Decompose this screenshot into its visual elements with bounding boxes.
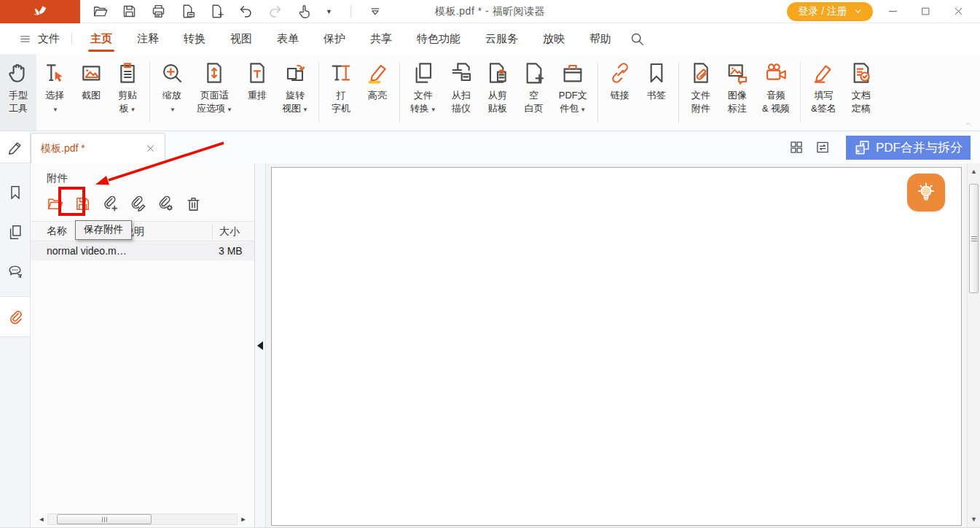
page-remove-icon[interactable]: [180, 4, 195, 19]
ribbon-item-select[interactable]: 选择▼: [36, 54, 73, 131]
ribbon-item-fit-page-options[interactable]: 页面适应选项▼: [190, 54, 239, 131]
reflow-icon: [246, 61, 269, 85]
hand-select-dropdown-arrow-icon[interactable]: ▼: [326, 8, 332, 15]
column-header-size[interactable]: 大小: [212, 225, 254, 238]
ribbon-item-from-scanner[interactable]: 从扫描仪: [443, 54, 479, 131]
menu-file-label: 文件: [38, 32, 60, 46]
login-register-button[interactable]: 登录 / 注册: [787, 2, 873, 21]
sidebar-item-attachments[interactable]: [0, 296, 30, 337]
ribbon-item-from-clipboard[interactable]: 从剪贴板: [479, 54, 516, 131]
file-attach-icon: [689, 61, 713, 85]
scroll-up-arrow[interactable]: ▲: [968, 166, 980, 176]
ribbon-item-blank-page[interactable]: 空白页: [516, 54, 552, 131]
fit-page-icon: [203, 61, 226, 85]
redo-icon[interactable]: [267, 4, 283, 19]
scrollbar-track[interactable]: [47, 513, 238, 525]
print-icon[interactable]: [151, 4, 166, 19]
from-clipboard-icon: [486, 61, 509, 85]
highlight-icon: [366, 61, 389, 85]
maximize-button[interactable]: [920, 6, 931, 17]
ribbon-item-bookmark[interactable]: 书签: [638, 54, 675, 131]
document-tab[interactable]: 模板.pdf *: [31, 133, 165, 163]
scroll-right-arrow[interactable]: ►: [238, 513, 249, 525]
login-label: 登录 / 注册: [798, 5, 847, 18]
sidebar-item-annotate[interactable]: [0, 131, 30, 163]
ribbon-item-fill-sign[interactable]: 填写&签名: [804, 54, 843, 131]
ribbon-group-separator: [678, 62, 679, 123]
switch-tabs-icon[interactable]: [815, 140, 830, 155]
minimize-button[interactable]: [887, 6, 898, 17]
search-icon[interactable]: [630, 31, 645, 47]
ribbon-item-rotate-view[interactable]: 旋转视图▼: [275, 54, 315, 131]
menu-tab-1[interactable]: 主页: [78, 23, 125, 54]
sidebar-item-comments[interactable]: [0, 254, 30, 289]
page-thumbnails-icon[interactable]: [789, 140, 804, 155]
ribbon-item-snapshot[interactable]: 截图: [73, 54, 109, 131]
bookmark-icon: [645, 61, 668, 85]
edit-pencil-icon: [7, 139, 23, 155]
ribbon-item-file-attachment[interactable]: 文件附件: [683, 54, 719, 131]
vertical-scrollbar: ▲ ▼: [967, 163, 980, 527]
menu-tab-5[interactable]: 表单: [264, 23, 311, 54]
quick-access-toolbar: ▼: [93, 4, 351, 19]
menu-tab-10[interactable]: 放映: [530, 23, 577, 54]
sidebar-item-pages[interactable]: [0, 214, 30, 249]
open-attachment-icon[interactable]: [47, 195, 63, 212]
add-attachment-icon[interactable]: [102, 195, 119, 212]
scroll-left-arrow[interactable]: ◄: [36, 513, 47, 525]
ribbon-item-typewriter[interactable]: 打字机: [323, 54, 359, 131]
scrollbar-thumb[interactable]: [57, 514, 152, 524]
menu-tab-11[interactable]: 帮助: [577, 23, 624, 54]
ribbon-item-clipboard[interactable]: 剪贴板▼: [109, 54, 146, 131]
comment-icon: [7, 263, 23, 279]
attachments-table: 名称 说明 大小 normal video.m… 3 MB: [31, 221, 254, 260]
menu-tab-2[interactable]: 注释: [125, 23, 171, 54]
menu-tab-6[interactable]: 保护: [311, 23, 358, 54]
tab-close-icon[interactable]: [146, 144, 155, 153]
save-attachment-tooltip: 保存附件: [75, 220, 132, 240]
save-icon[interactable]: [122, 4, 137, 19]
menubar: 文件 主页注释转换视图表单保护共享特色功能云服务放映帮助: [0, 23, 980, 54]
ribbon-item-convert-files[interactable]: 文件转换▼: [404, 54, 443, 131]
edit-attachment-description-icon[interactable]: [130, 195, 146, 212]
save-attachment-icon[interactable]: [74, 195, 91, 212]
ribbon-item-image-annotation[interactable]: 图像标注: [719, 54, 756, 131]
pdf-merge-split-button[interactable]: PDF合并与拆分: [846, 136, 971, 160]
scroll-down-arrow[interactable]: ▼: [968, 514, 980, 524]
foxit-logo[interactable]: [0, 0, 80, 23]
close-button[interactable]: [953, 6, 964, 17]
undo-icon[interactable]: [238, 4, 254, 19]
ribbon-item-reflow[interactable]: 重排: [239, 54, 275, 131]
ribbon-item-hand-tool[interactable]: 手型工具: [0, 54, 36, 131]
delete-attachment-icon[interactable]: [185, 195, 202, 212]
pdf-page[interactable]: [271, 167, 962, 526]
sidebar-item-bookmarks[interactable]: [0, 175, 30, 210]
ribbon-item-link[interactable]: 链接: [602, 54, 638, 131]
customize-toolbar-chevron-icon[interactable]: [369, 5, 382, 18]
ribbon-item-doc-finalize[interactable]: 文档定稿: [843, 54, 879, 131]
attachment-settings-icon[interactable]: [157, 195, 174, 212]
assistant-bulb-button[interactable]: [907, 174, 945, 211]
menu-tab-9[interactable]: 云服务: [473, 23, 530, 54]
ribbon-item-pdf-portfolio[interactable]: PDF文件包▼: [552, 54, 594, 131]
hand-select-icon[interactable]: [297, 4, 312, 19]
menu-tab-4[interactable]: 视图: [218, 23, 264, 54]
menu-tab-3[interactable]: 转换: [171, 23, 218, 54]
hamburger-icon: [19, 33, 31, 45]
page-insert-icon[interactable]: [209, 4, 224, 19]
attachments-table-header: 名称 说明 大小: [31, 222, 254, 241]
menu-tab-7[interactable]: 共享: [358, 23, 404, 54]
attachment-row[interactable]: normal video.m… 3 MB: [31, 241, 254, 260]
menu-tab-8[interactable]: 特色功能: [404, 23, 473, 54]
panel-collapse-strip[interactable]: [255, 163, 266, 527]
menu-file[interactable]: 文件: [13, 23, 66, 54]
titlebar: ▼ 模板.pdf * - 福昕阅读器 登录 / 注册: [0, 0, 980, 23]
ribbon-toolbar: 手型工具 选择▼ 截图 剪贴板▼ 缩放▼ 页面适应选项▼ 重排 旋转视图▼ 打字…: [0, 54, 980, 131]
open-file-icon[interactable]: [93, 4, 108, 19]
ribbon-item-audio-video[interactable]: 音频& 视频: [756, 54, 796, 131]
ribbon-item-zoom[interactable]: 缩放▼: [154, 54, 190, 131]
ribbon-item-highlight[interactable]: 高亮: [359, 54, 396, 131]
vertical-scrollbar-thumb[interactable]: [969, 184, 979, 293]
ribbon-collapse-chevron-icon[interactable]: [963, 120, 973, 128]
window-title: 模板.pdf * - 福昕阅读器: [435, 0, 545, 23]
